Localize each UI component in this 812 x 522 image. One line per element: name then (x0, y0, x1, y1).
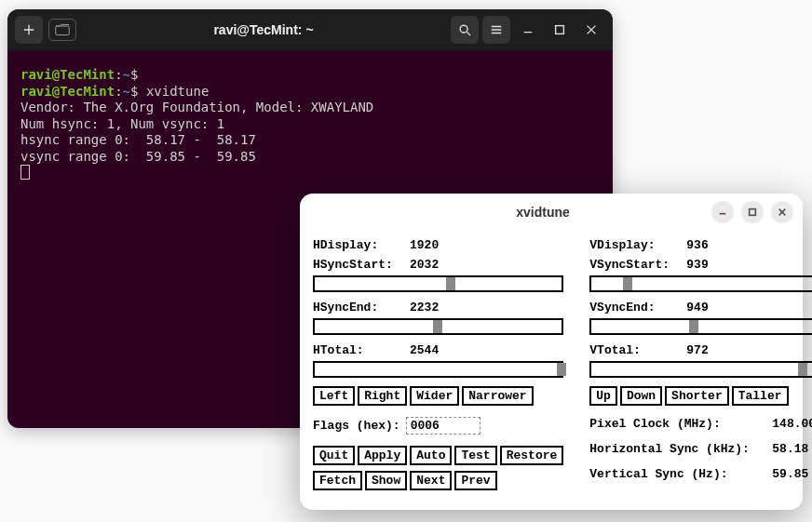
prev-button[interactable]: Prev (454, 471, 496, 490)
hsyncend-slider[interactable] (313, 318, 563, 335)
output-line: Num hsync: 1, Num vsync: 1 (20, 116, 224, 131)
vtotal-slider[interactable] (589, 361, 812, 378)
slider-thumb[interactable] (433, 320, 442, 333)
vsyncend-label: VSyncEnd: (589, 301, 686, 315)
h-column: HDisplay:1920 HSyncStart:2032 HSyncEnd:2… (313, 234, 563, 502)
slider-thumb[interactable] (557, 363, 566, 376)
command: xvidtune (146, 84, 209, 99)
output-line: vsync range 0: 59.85 - 59.85 (20, 149, 256, 164)
xvidtune-titlebar: xvidtune (300, 194, 803, 231)
up-button[interactable]: Up (589, 386, 617, 406)
svg-rect-0 (56, 26, 69, 35)
fetch-button[interactable]: Fetch (313, 471, 362, 490)
apply-button[interactable]: Apply (358, 446, 407, 465)
hsyncstart-slider[interactable] (313, 275, 563, 292)
htotal-slider[interactable] (313, 361, 563, 378)
slider-thumb[interactable] (689, 320, 698, 333)
hsyncstart-label: HSyncStart: (313, 258, 410, 272)
minimize-button[interactable] (711, 201, 734, 223)
left-button[interactable]: Left (313, 386, 355, 406)
pixel-clock-label: Pixel Clock (MHz): (589, 417, 772, 431)
new-tab-button[interactable] (48, 19, 76, 41)
maximize-button[interactable] (546, 16, 574, 44)
svg-rect-3 (750, 209, 756, 216)
htotal-label: HTotal: (313, 343, 410, 357)
vtotal-label: VTotal: (589, 343, 686, 357)
svg-point-1 (460, 25, 467, 33)
vsyncstart-slider[interactable] (589, 275, 812, 292)
xvidtune-title: xvidtune (374, 205, 711, 220)
xvidtune-window: xvidtune HDisplay:1920 HSyncStart:2032 H… (300, 194, 803, 510)
restore-button[interactable]: Restore (500, 446, 564, 465)
new-tab-plus-button[interactable] (15, 16, 43, 44)
cursor (20, 165, 30, 180)
hsync-value: 58.18 (772, 442, 808, 456)
output-line: hsync range 0: 58.17 - 58.17 (20, 132, 256, 147)
vsyncend-value: 949 (686, 301, 733, 315)
flags-input[interactable]: 0006 (406, 417, 480, 435)
down-button[interactable]: Down (620, 386, 662, 406)
terminal-titlebar: ravi@TecMint: ~ (7, 9, 613, 50)
vsyncstart-value: 939 (686, 258, 733, 272)
narrower-button[interactable]: Narrower (462, 386, 533, 406)
slider-thumb[interactable] (623, 277, 632, 290)
terminal-title: ravi@TecMint: ~ (76, 22, 451, 37)
vdisplay-value: 936 (686, 238, 733, 252)
auto-button[interactable]: Auto (410, 446, 452, 465)
slider-thumb[interactable] (798, 363, 807, 376)
htotal-value: 2544 (410, 343, 456, 357)
prompt-user: ravi@TecMint (20, 67, 115, 82)
output-line: Vendor: The X.Org Foundation, Model: XWA… (20, 100, 373, 114)
vtotal-value: 972 (686, 343, 733, 357)
hdisplay-value: 1920 (410, 238, 456, 252)
hsyncstart-value: 2032 (410, 258, 456, 272)
flags-label: Flags (hex): (313, 419, 400, 433)
close-button[interactable] (577, 16, 605, 44)
hdisplay-label: HDisplay: (313, 238, 410, 252)
vdisplay-label: VDisplay: (589, 238, 686, 252)
test-button[interactable]: Test (454, 446, 496, 465)
next-button[interactable]: Next (410, 471, 452, 490)
vsync-value: 59.85 (772, 467, 808, 481)
svg-rect-2 (556, 26, 564, 34)
wider-button[interactable]: Wider (410, 386, 459, 406)
v-column: VDisplay:936 VSyncStart:939 VSyncEnd:949… (589, 234, 812, 502)
shorter-button[interactable]: Shorter (665, 386, 729, 406)
close-button[interactable] (771, 201, 793, 223)
taller-button[interactable]: Taller (732, 386, 789, 406)
maximize-button[interactable] (741, 201, 764, 223)
vsyncend-slider[interactable] (589, 318, 812, 335)
prompt-path: ~ (123, 67, 130, 82)
hsync-label: Horizontal Sync (kHz): (589, 442, 772, 456)
hsyncend-label: HSyncEnd: (313, 301, 410, 315)
pixel-clock-value: 148.00 (772, 417, 812, 431)
minimize-button[interactable] (514, 16, 542, 44)
search-icon[interactable] (451, 16, 479, 44)
right-button[interactable]: Right (358, 386, 407, 406)
terminal-body[interactable]: ravi@TecMint:~$ ravi@TecMint:~$ xvidtune… (7, 50, 613, 187)
slider-thumb[interactable] (446, 277, 455, 290)
menu-icon[interactable] (482, 16, 510, 44)
hsyncend-value: 2232 (410, 301, 456, 315)
vsync-label: Vertical Sync (Hz): (589, 467, 772, 481)
vsyncstart-label: VSyncStart: (589, 258, 686, 272)
quit-button[interactable]: Quit (313, 446, 355, 465)
show-button[interactable]: Show (365, 471, 407, 490)
